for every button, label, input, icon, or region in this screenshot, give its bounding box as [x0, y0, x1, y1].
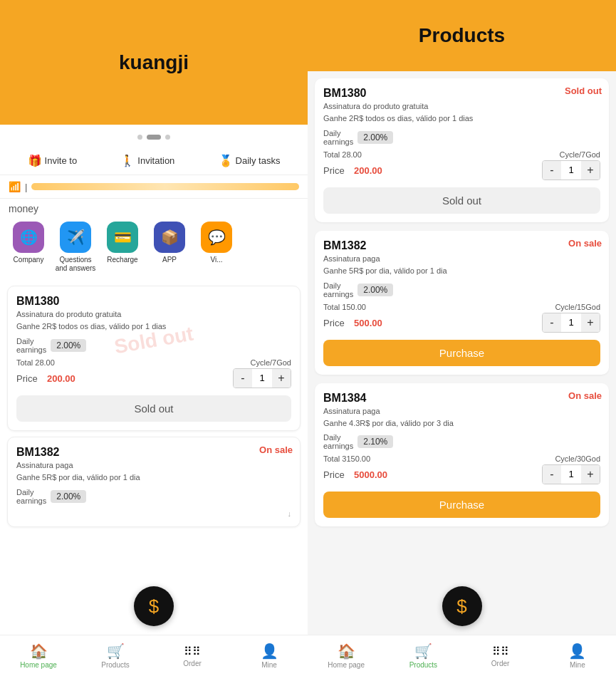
app-label: APP	[162, 256, 177, 264]
icon-app[interactable]: 📦 APP	[148, 222, 191, 273]
cycle-bm1380-left: Cycle/7God	[251, 358, 291, 367]
status-badge-bm1382-right: On sale	[568, 238, 602, 249]
products-icon-left: 🛒	[107, 643, 125, 660]
qty-plus-bm1380-right[interactable]: +	[581, 161, 600, 180]
recharge-icon: 💳	[107, 222, 138, 253]
daily-row-bm1382-right: Dailyearnings 2.00%	[323, 281, 600, 298]
tab-invitation[interactable]: 🚶 Invitation	[115, 151, 180, 170]
daily-row-bm1380-left: Dailyearnings 2.00%	[16, 337, 291, 354]
total-bm1380-left: Total 28.00	[16, 358, 55, 367]
products-label-right: Products	[409, 661, 437, 669]
tab-daily-tasks[interactable]: 🏅 Daily tasks	[213, 151, 286, 170]
product-desc1-bm1380-left: Assinatura do produto gratuita	[16, 309, 291, 320]
float-coin-left[interactable]: $	[134, 586, 174, 626]
home-label-right: Home page	[328, 661, 365, 669]
product-desc1-bm1382-right: Assinatura paga	[323, 254, 600, 264]
nav-mine-left[interactable]: 👤 Mine	[231, 635, 308, 676]
left-panel: kuangji 🎁 Invite to 🚶 Invitation 🏅 Daily…	[0, 0, 308, 676]
daily-tasks-icon: 🏅	[219, 154, 233, 167]
app-icon: 📦	[154, 222, 185, 253]
qty-minus-bm1384-right[interactable]: -	[543, 465, 561, 484]
product-card-bm1380-left: Sold out BM1380 Assinatura do produto gr…	[7, 286, 301, 431]
price-bm1382-right: Price 500.00	[323, 316, 382, 329]
product-card-bm1384-right: On sale BM1384 Assinatura paga Ganhe 4.3…	[315, 383, 609, 527]
home-icon-right: 🏠	[338, 643, 355, 660]
float-coin-right[interactable]: $	[442, 586, 482, 626]
nav-order-right[interactable]: ⠿⠿ Order	[462, 635, 539, 676]
nav-products-right[interactable]: 🛒 Products	[385, 635, 461, 676]
sold-out-btn-bm1380-right[interactable]: Sold out	[323, 187, 600, 214]
earnings-pct-bm1382-right: 2.00%	[357, 284, 393, 296]
qty-plus-bm1384-right[interactable]: +	[581, 465, 600, 484]
total-bm1382-right: Total 150.00	[323, 303, 366, 311]
status-badge-bm1380-right: Sold out	[565, 85, 602, 96]
qty-val-bm1380-left: 1	[252, 369, 272, 388]
order-icon-left: ⠿⠿	[184, 645, 201, 658]
dot-2[interactable]	[147, 135, 161, 140]
qty-control-bm1380-right: - 1 +	[542, 160, 600, 180]
product-desc1-bm1382-left: Assinatura paga	[16, 460, 291, 471]
qty-minus-bm1380-left[interactable]: -	[234, 369, 252, 388]
product-card-bm1382-left: On sale BM1382 Assinatura paga Ganhe 5R$…	[7, 437, 301, 527]
wifi-text: |	[25, 182, 27, 192]
product-desc2-bm1382-left: Ganhe 5R$ por dia, válido por 1 dia	[16, 472, 291, 483]
qty-control-bm1380-left: - 1 +	[233, 368, 291, 388]
daily-row-bm1380-right: Dailyearnings 2.00%	[323, 129, 600, 146]
product-name-bm1380-right: BM1380	[323, 87, 600, 100]
daily-row-bm1384-right: Dailyearnings 2.10%	[323, 433, 600, 450]
sold-out-btn-bm1380-left[interactable]: Sold out	[16, 395, 291, 422]
qty-plus-bm1382-right[interactable]: +	[581, 313, 600, 332]
right-header: Products	[308, 0, 616, 71]
vi-icon: 💬	[201, 222, 232, 253]
price-row-bm1382-right: Price 500.00 - 1 +	[323, 313, 600, 333]
order-label-left: Order	[183, 660, 202, 667]
left-header: kuangji	[0, 0, 308, 125]
icon-company[interactable]: 🌐 Company	[7, 222, 50, 273]
product-name-bm1380-left: BM1380	[16, 295, 291, 308]
truncated-indicator: ↓	[16, 509, 291, 518]
qty-plus-bm1380-left[interactable]: +	[272, 369, 291, 388]
daily-label-bm1380-left: Dailyearnings	[16, 337, 46, 354]
dot-1[interactable]	[137, 135, 142, 140]
product-name-bm1384-right: BM1384	[323, 392, 600, 405]
cycle-bm1384-right: Cycle/30God	[555, 454, 600, 463]
qa-icon: ✈️	[60, 222, 91, 253]
home-label-left: Home page	[20, 661, 57, 669]
qa-label: Questions and answers	[54, 256, 97, 273]
icon-vi[interactable]: 💬 Vi...	[195, 222, 238, 273]
product-card-bm1380-right: Sold out BM1380 Assinatura do produto gr…	[315, 78, 609, 222]
product-desc2-bm1380-left: Ganhe 2R$ todos os dias, válido por 1 di…	[16, 321, 291, 332]
nav-products-left[interactable]: 🛒 Products	[77, 635, 154, 676]
wifi-bar: 📶 |	[0, 175, 308, 199]
daily-label-bm1382-right: Dailyearnings	[323, 281, 353, 298]
nav-home-left[interactable]: 🏠 Home page	[0, 635, 77, 676]
dot-3[interactable]	[165, 135, 170, 140]
order-icon-right: ⠿⠿	[492, 645, 509, 658]
cycle-bm1380-right: Cycle/7God	[560, 150, 600, 159]
tab-daily-tasks-label: Daily tasks	[236, 155, 281, 166]
nav-home-right[interactable]: 🏠 Home page	[308, 635, 385, 676]
product-desc2-bm1382-right: Ganhe 5R$ por dia, válido por 1 dia	[323, 266, 600, 276]
mine-icon-right: 👤	[568, 643, 586, 660]
tab-invite[interactable]: 🎁 Invite to	[22, 151, 83, 170]
nav-order-left[interactable]: ⠿⠿ Order	[154, 635, 231, 676]
icon-qa[interactable]: ✈️ Questions and answers	[54, 222, 97, 273]
nav-mine-right[interactable]: 👤 Mine	[539, 635, 616, 676]
purchase-btn-bm1384-right[interactable]: Purchase	[323, 492, 600, 518]
qty-minus-bm1380-right[interactable]: -	[543, 161, 561, 180]
wifi-icon: 📶	[9, 181, 21, 192]
qty-val-bm1382-right: 1	[561, 313, 581, 332]
company-label: Company	[14, 256, 44, 264]
tab-invite-label: Invite to	[45, 155, 78, 166]
purchase-btn-bm1382-right[interactable]: Purchase	[323, 340, 600, 366]
right-app-title: Products	[419, 24, 505, 47]
revenue-row-bm1380-left: Total 28.00 Cycle/7God	[16, 358, 291, 367]
mine-label-left: Mine	[261, 661, 277, 669]
revenue-row-bm1384-right: Total 3150.00 Cycle/30God	[323, 454, 600, 463]
quick-tabs: 🎁 Invite to 🚶 Invitation 🏅 Daily tasks	[0, 147, 308, 175]
icon-grid: 🌐 Company ✈️ Questions and answers 💳 Rec…	[0, 217, 308, 280]
right-bottom-nav: 🏠 Home page 🛒 Products ⠿⠿ Order 👤 Mine	[308, 635, 616, 676]
earnings-pct-bm1380-right: 2.00%	[357, 131, 393, 144]
qty-minus-bm1382-right[interactable]: -	[543, 313, 561, 332]
icon-recharge[interactable]: 💳 Recharge	[101, 222, 144, 273]
